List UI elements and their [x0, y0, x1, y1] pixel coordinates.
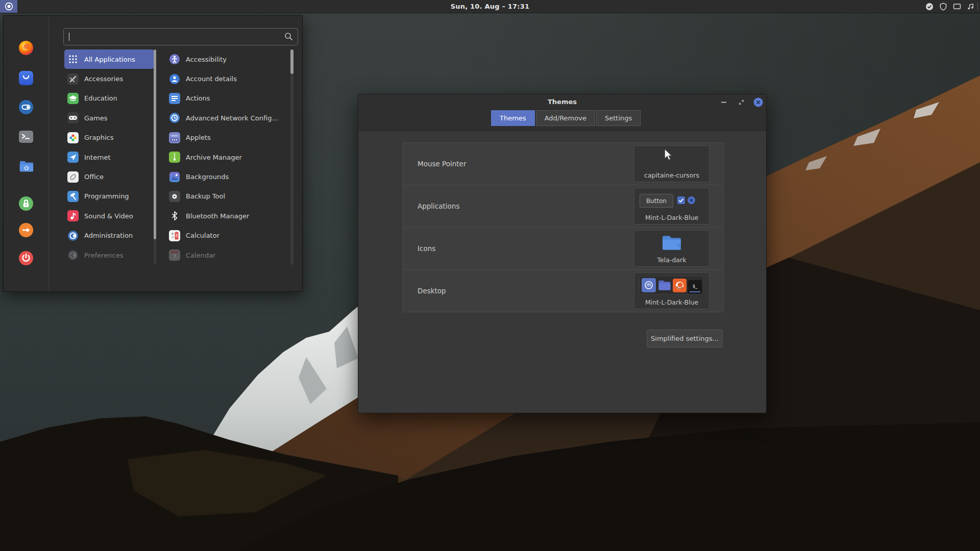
backgrounds-icon	[169, 171, 180, 183]
category-programming[interactable]: Programming	[64, 187, 154, 206]
preview-folder-icon	[657, 279, 671, 292]
row-applications: Applications Button Mint-L-Dark-Blue	[403, 185, 723, 227]
applications-theme-picker[interactable]: Button Mint-L-Dark-Blue	[634, 188, 709, 224]
tab-add-remove[interactable]: Add/Remove	[536, 110, 595, 126]
theme-settings-list: Mouse Pointer capitaine-cursors Applicat…	[403, 142, 724, 312]
applets-icon	[169, 132, 180, 143]
graphics-icon	[67, 132, 79, 143]
folder-icon	[661, 234, 682, 252]
network-config-icon	[169, 112, 180, 123]
window-header: Themes Themes Add/Remove Settings	[358, 94, 766, 131]
desktop-theme-value: Mint-L-Dark-Blue	[634, 298, 709, 306]
games-icon	[67, 112, 79, 123]
mouse-pointer-picker[interactable]: capitaine-cursors	[634, 145, 709, 182]
show-desktop-strip[interactable]	[977, 3, 978, 10]
files-icon	[18, 159, 34, 174]
sound-notes-icon[interactable]	[967, 3, 975, 11]
app-accessibility[interactable]: Accessibility	[166, 49, 287, 69]
favorite-shutdown[interactable]	[18, 251, 34, 266]
text-caret	[69, 33, 69, 41]
app-advanced-network-config[interactable]: Advanced Network Config...	[166, 108, 287, 128]
all-applications-grid-icon	[67, 54, 79, 65]
favorite-logout[interactable]	[18, 222, 34, 238]
favorite-firefox[interactable]	[18, 40, 34, 56]
minimize-button[interactable]	[718, 96, 729, 108]
internet-icon	[67, 152, 79, 163]
category-all-applications[interactable]: All Applications	[64, 49, 154, 69]
panel-clock[interactable]: Sun, 10. Aug – 17:31	[0, 0, 980, 13]
applications-theme-value: Mint-L-Dark-Blue	[634, 214, 709, 221]
mouse-pointer-value: capitaine-cursors	[634, 171, 709, 179]
preferences-icon	[67, 249, 79, 261]
row-label: Desktop	[418, 287, 446, 295]
lock-icon	[18, 196, 34, 211]
programming-icon	[67, 191, 79, 202]
app-backup-tool[interactable]: Backup Tool	[166, 187, 287, 206]
window-title: Themes	[548, 98, 577, 106]
cursor-arrow-icon	[664, 149, 673, 162]
app-backgrounds[interactable]: Backgrounds	[166, 167, 287, 186]
tab-bar: Themes Add/Remove Settings	[491, 110, 641, 126]
icons-theme-value: Tela-dark	[634, 256, 709, 264]
display-monitor-icon[interactable]	[953, 3, 961, 11]
category-office[interactable]: Office	[64, 167, 154, 186]
preview-firefox-icon	[673, 279, 687, 292]
category-accessories[interactable]: Accessories	[64, 69, 154, 88]
accessibility-icon	[169, 54, 180, 65]
preview-checkbox-icon	[677, 196, 685, 204]
search-box	[63, 28, 298, 45]
education-icon	[67, 93, 79, 104]
category-administration[interactable]: Administration	[64, 226, 154, 245]
favorite-files[interactable]	[18, 159, 34, 174]
favorite-lock-screen[interactable]	[18, 196, 34, 211]
category-internet[interactable]: Internet	[64, 147, 154, 167]
tab-themes[interactable]: Themes	[491, 110, 535, 126]
system-tray	[925, 0, 975, 13]
logout-arrow-icon	[18, 222, 34, 238]
category-graphics[interactable]: Graphics	[64, 128, 154, 147]
category-scrollbar[interactable]	[154, 49, 156, 265]
actions-icon	[169, 93, 180, 104]
favorite-system-settings[interactable]	[18, 99, 34, 115]
terminal-icon	[18, 129, 34, 144]
app-bluetooth-manager[interactable]: Bluetooth Manager	[166, 206, 287, 226]
app-calendar[interactable]: 7 Calendar	[166, 245, 287, 265]
top-panel: Sun, 10. Aug – 17:31	[0, 0, 980, 13]
category-education[interactable]: Education	[64, 89, 154, 108]
app-applets[interactable]: Applets	[166, 128, 287, 147]
themes-window: Themes Themes Add/Remove Settings Mouse	[358, 94, 767, 413]
calculator-icon	[169, 230, 180, 241]
window-titlebar[interactable]: Themes	[358, 94, 766, 109]
favorites-column	[4, 16, 49, 291]
calendar-icon: 7	[169, 249, 180, 261]
updates-check-icon[interactable]	[925, 3, 934, 11]
app-archive-manager[interactable]: Archive Manager	[166, 147, 287, 167]
svg-text:7: 7	[173, 254, 176, 259]
firefox-icon	[18, 40, 34, 56]
bluetooth-icon	[169, 210, 180, 221]
app-actions[interactable]: Actions	[166, 89, 287, 108]
category-games[interactable]: Games	[64, 108, 154, 128]
system-settings-icon	[18, 99, 34, 115]
software-manager-icon	[18, 70, 34, 86]
desktop-preview-strip: $_	[640, 276, 704, 294]
category-preferences[interactable]: Preferences	[64, 245, 154, 265]
favorite-terminal[interactable]	[18, 129, 34, 144]
desktop-theme-picker[interactable]: $_ Mint-L-Dark-Blue	[634, 272, 709, 309]
app-list-scrollbar[interactable]	[290, 49, 293, 265]
app-calculator[interactable]: Calculator	[166, 226, 287, 245]
maximize-button[interactable]	[736, 96, 747, 108]
tab-settings[interactable]: Settings	[596, 110, 641, 126]
category-sound-video[interactable]: Sound & Video	[64, 206, 154, 226]
simplified-settings-button[interactable]: Simplified settings...	[647, 330, 723, 347]
row-icons: Icons Tela-dark	[403, 227, 723, 269]
firewall-shield-icon[interactable]	[939, 3, 947, 11]
accessories-icon	[67, 73, 79, 85]
search-icon[interactable]	[284, 32, 293, 41]
app-account-details[interactable]: Account details	[166, 69, 287, 88]
search-input[interactable]	[69, 30, 280, 44]
archive-manager-icon	[169, 152, 180, 163]
icons-theme-picker[interactable]: Tela-dark	[634, 230, 709, 267]
close-button[interactable]	[752, 96, 764, 108]
favorite-software-manager[interactable]	[18, 70, 34, 86]
